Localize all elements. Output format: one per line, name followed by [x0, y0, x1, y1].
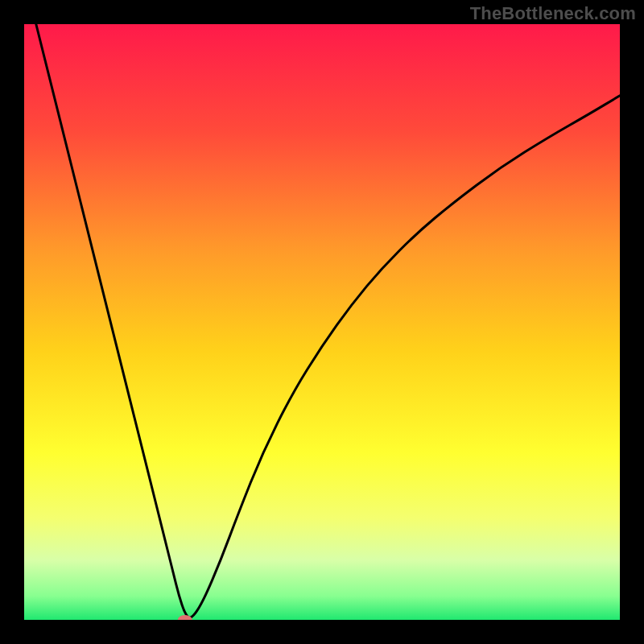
chart-frame: TheBottleneck.com — [0, 0, 644, 644]
bottleneck-chart — [24, 24, 620, 620]
plot-area — [24, 24, 620, 620]
gradient-background — [24, 24, 620, 620]
watermark-text: TheBottleneck.com — [470, 3, 636, 24]
